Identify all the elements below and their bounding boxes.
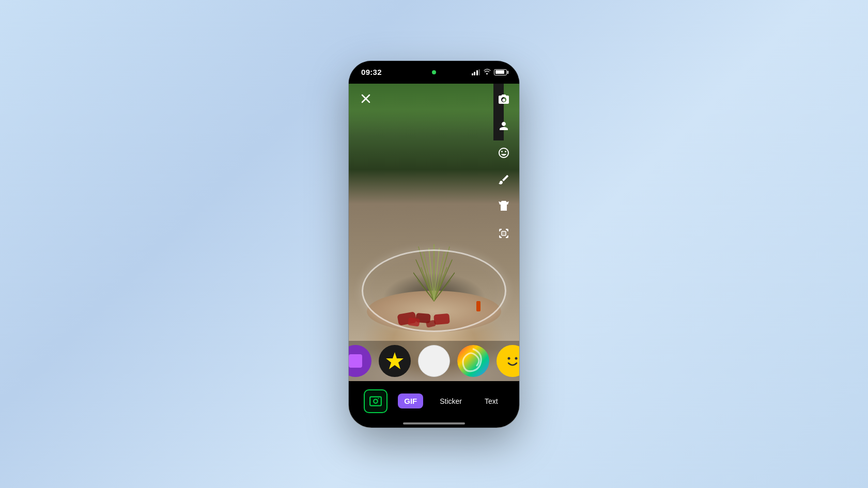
battery-icon <box>494 69 507 75</box>
brush-filter-button[interactable] <box>494 170 513 189</box>
effect-white-circle[interactable] <box>418 345 450 377</box>
rocks <box>393 306 475 327</box>
status-bar: 09:32 <box>349 61 519 84</box>
svg-rect-18 <box>349 354 362 368</box>
status-icons <box>472 68 507 76</box>
shirt-filter-button[interactable] <box>494 197 513 216</box>
svg-point-25 <box>374 399 378 403</box>
camera-switch-button[interactable] <box>494 90 513 108</box>
photo-area: GIF Sticker Text <box>349 84 519 428</box>
effect-smiley[interactable] <box>497 345 519 377</box>
svg-rect-17 <box>502 231 506 235</box>
tiny-figure <box>476 301 481 311</box>
signal-icon <box>472 69 481 75</box>
bottom-toolbar: GIF Sticker Text <box>349 381 519 428</box>
home-indicator <box>403 422 465 424</box>
effects-row <box>349 341 519 381</box>
wifi-icon <box>483 68 491 76</box>
tab-gif[interactable]: GIF <box>398 393 423 408</box>
person-filter-button[interactable] <box>494 117 513 135</box>
effect-rainbow-swirl[interactable] <box>457 345 489 377</box>
face-filter-button[interactable] <box>494 144 513 162</box>
effect-spark-star[interactable] <box>379 345 411 377</box>
svg-point-21 <box>503 352 519 370</box>
tab-text[interactable]: Text <box>478 394 504 408</box>
gif-label: GIF <box>404 397 417 405</box>
text-label: Text <box>485 397 498 405</box>
scan-button[interactable] <box>494 224 513 243</box>
svg-marker-19 <box>386 352 404 369</box>
svg-point-26 <box>378 398 379 399</box>
sticker-label: Sticker <box>440 397 462 405</box>
tab-sticker[interactable]: Sticker <box>433 394 468 408</box>
phone-container: 09:32 <box>349 61 519 428</box>
close-button[interactable] <box>357 90 375 107</box>
photo-icon <box>369 395 382 408</box>
effect-purple-square[interactable] <box>349 345 371 377</box>
svg-point-22 <box>508 357 510 359</box>
svg-rect-24 <box>370 397 381 405</box>
status-dot <box>432 70 436 74</box>
right-toolbar <box>494 90 513 243</box>
tab-photo[interactable] <box>364 389 388 413</box>
svg-point-23 <box>515 357 518 359</box>
status-time: 09:32 <box>361 68 382 76</box>
